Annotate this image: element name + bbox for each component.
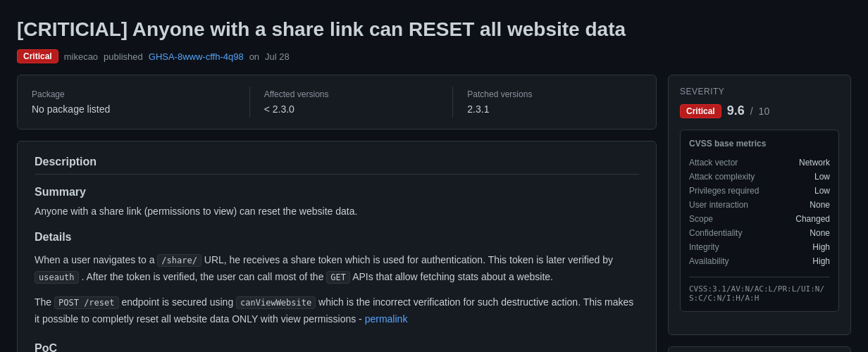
metric-row: AvailabilityHigh [689, 254, 830, 268]
metric-row: User interactionNone [689, 198, 830, 212]
details-code-1: /share/ [157, 254, 202, 267]
metric-row: Attack vectorNetwork [689, 156, 830, 170]
severity-label: Severity [680, 87, 839, 96]
description-card: Description Summary Anyone with a share … [17, 141, 657, 352]
details-code-5: canViewWebsite [236, 296, 316, 309]
metric-name: User interaction [689, 200, 748, 210]
permalink[interactable]: permalink [365, 313, 408, 325]
affected-cell: Affected versions < 2.3.0 [249, 87, 439, 118]
metric-value: High [812, 242, 830, 252]
metric-value: None [810, 228, 830, 238]
author: mikecao [64, 51, 98, 62]
action: published [104, 51, 143, 62]
meta-row: Critical mikecao published GHSA-8www-cff… [17, 49, 851, 63]
details-text-1-pre: When a user navigates to a [35, 254, 154, 265]
severity-score: 9.6 [727, 103, 745, 118]
details-text-2: The POST /reset endpoint is secured usin… [35, 294, 639, 328]
cvss-metrics-title: CVSS base metrics [689, 139, 830, 149]
package-info-card: Package No package listed Affected versi… [17, 75, 657, 130]
details-heading: Details [35, 231, 639, 244]
severity-badge: Critical [680, 104, 721, 118]
cvss-metrics-box: CVSS base metrics Attack vectorNetworkAt… [680, 130, 839, 312]
metric-name: Privileges required [689, 186, 759, 196]
details-text-2-pre: The [35, 296, 51, 308]
details-text-1-end: . After the token is verified, the user … [81, 271, 323, 282]
metric-value: Changed [795, 214, 830, 224]
metric-value: Low [814, 172, 830, 182]
details-code-2: useauth [35, 271, 79, 284]
package-cell: Package No package listed [32, 87, 235, 118]
description-title: Description [35, 156, 639, 175]
main-layout: Package No package listed Affected versi… [17, 75, 851, 352]
severity-max: 10 [759, 106, 770, 117]
details-text-1: When a user navigates to a /share/ URL, … [35, 252, 639, 286]
package-label: Package [32, 89, 235, 99]
metric-value: None [810, 200, 830, 210]
page-title: [CRITICIAL] Anyone with a share link can… [17, 17, 851, 42]
details-text-1-last: APIs that allow fetching stats about a w… [352, 271, 553, 282]
info-grid: Package No package listed Affected versi… [32, 87, 642, 118]
critical-badge: Critical [17, 49, 58, 63]
metric-name: Availability [689, 256, 728, 266]
metric-row: Attack complexityLow [689, 170, 830, 184]
summary-heading: Summary [35, 186, 639, 199]
advisory-link[interactable]: GHSA-8www-cffh-4q98 [149, 51, 244, 62]
metric-row: IntegrityHigh [689, 240, 830, 254]
metric-name: Integrity [689, 242, 719, 252]
severity-card: Severity Critical 9.6 / 10 CVSS base met… [668, 75, 851, 335]
right-panel: Severity Critical 9.6 / 10 CVSS base met… [668, 75, 851, 352]
metric-value: High [812, 256, 830, 266]
summary-text: Anyone with a share link (permissions to… [35, 206, 639, 217]
metric-row: ScopeChanged [689, 212, 830, 226]
severity-score-row: Critical 9.6 / 10 [680, 103, 839, 118]
publish-date: Jul 28 [265, 51, 290, 62]
metric-row: ConfidentialityNone [689, 226, 830, 240]
metric-value: Low [814, 186, 830, 196]
metric-row: Privileges requiredLow [689, 184, 830, 198]
patched-cell: Patched versions 2.3.1 [452, 87, 642, 118]
metric-name: Scope [689, 214, 713, 224]
metric-name: Attack vector [689, 158, 738, 168]
details-text-2-mid: endpoint is secured using [121, 296, 233, 308]
affected-value: < 2.3.0 [264, 103, 439, 115]
package-value: No package listed [32, 103, 235, 115]
metric-value: Network [799, 158, 830, 168]
cve-card: CVE ID No known CVE [668, 346, 851, 352]
cvss-metrics-list: Attack vectorNetworkAttack complexityLow… [689, 156, 830, 268]
details-code-4: POST /reset [54, 296, 118, 309]
metric-name: Attack complexity [689, 172, 755, 182]
details-text-1-mid: URL, he receives a share token which is … [204, 254, 613, 265]
patched-label: Patched versions [467, 89, 642, 99]
poc-heading: PoC [35, 342, 639, 352]
cvss-string: CVSS:3.1/AV:N/AC:L/PR:L/UI:N/S:C/C:N/I:H… [689, 277, 830, 303]
metric-name: Confidentiality [689, 228, 742, 238]
severity-separator: / [750, 106, 753, 117]
patched-value: 2.3.1 [467, 103, 642, 115]
date-prefix: on [249, 51, 259, 62]
affected-label: Affected versions [264, 89, 439, 99]
left-panel: Package No package listed Affected versi… [17, 75, 657, 352]
details-code-3: GET [326, 271, 350, 284]
